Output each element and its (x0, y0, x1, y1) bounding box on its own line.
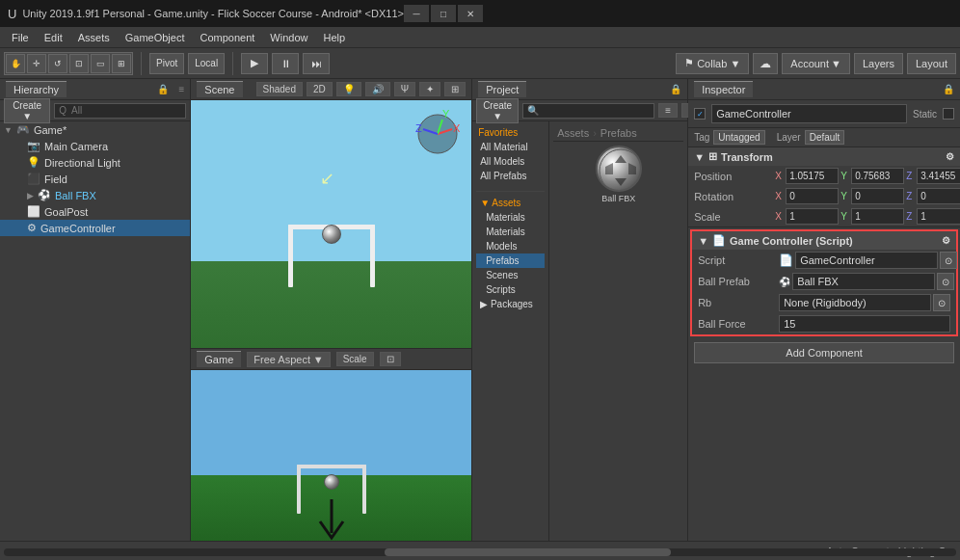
ball-fbx-prefab[interactable]: Ball FBX (553, 142, 683, 207)
materials2-folder[interactable]: Materials (476, 225, 545, 239)
inspector-lock[interactable]: 🔒 (943, 84, 954, 94)
scl-x-input[interactable] (786, 208, 839, 225)
script-select-button[interactable]: ⊙ (940, 252, 957, 269)
project-lock[interactable]: 🔒 (670, 84, 681, 94)
scripts-folder[interactable]: Scripts (476, 282, 545, 297)
ball-prefab-input[interactable] (792, 273, 935, 290)
breadcrumb-assets[interactable]: Assets (557, 127, 589, 139)
breadcrumb-prefabs[interactable]: Prefabs (600, 127, 637, 139)
sidebar-all-materials[interactable]: All Material (476, 140, 545, 154)
obj-name-input[interactable] (711, 104, 907, 123)
step-button[interactable]: ⏭ (303, 53, 330, 74)
fx-toggle[interactable]: ✦ (419, 82, 440, 96)
aspect-button[interactable]: Free Aspect ▼ (247, 352, 330, 367)
menu-window[interactable]: Window (262, 30, 315, 45)
menu-component[interactable]: Component (192, 30, 262, 45)
sidebar-all-models[interactable]: All Models (476, 154, 545, 169)
cloud-button[interactable]: ☁ (753, 53, 778, 74)
sidebar-all-prefabs[interactable]: All Prefabs (476, 169, 545, 183)
move-tool[interactable]: ✛ (27, 54, 46, 73)
ball-prefab-select-button[interactable]: ⊙ (937, 273, 954, 290)
pivot-button[interactable]: Pivot (149, 53, 184, 74)
project-view-toggle[interactable]: ≡ (658, 103, 678, 118)
maximize-button[interactable]: □ (431, 5, 456, 22)
project-create-button[interactable]: Create ▼ (476, 98, 519, 123)
prefabs-folder[interactable]: Prefabs (476, 253, 545, 268)
hierarchy-create-button[interactable]: Create ▼ (4, 98, 50, 123)
hand-tool[interactable]: ✋ (6, 54, 25, 73)
scene-tab[interactable]: Scene (197, 81, 242, 97)
grid-toggle[interactable]: ⊞ (444, 82, 466, 96)
tree-item-gamecontroller[interactable]: ⚙ GameController (0, 220, 190, 236)
packages-folder[interactable]: ▶ Packages (476, 297, 545, 311)
audio-toggle[interactable]: 🔊 (365, 82, 390, 96)
pos-y-input[interactable] (851, 168, 904, 184)
rot-z-input[interactable] (917, 188, 960, 204)
menu-file[interactable]: File (4, 30, 37, 45)
shaded-button[interactable]: Shaded (256, 82, 303, 96)
pos-z-input[interactable] (917, 168, 960, 184)
scl-y-input[interactable] (851, 208, 904, 225)
scl-z-input[interactable] (917, 208, 960, 225)
rot-x-input[interactable] (786, 188, 839, 204)
hierarchy-search[interactable] (54, 103, 186, 119)
menu-assets[interactable]: Assets (70, 30, 118, 45)
hierarchy-lock[interactable]: 🔒 (157, 84, 169, 94)
vr-toggle[interactable]: Ψ (394, 82, 415, 96)
static-checkbox[interactable] (943, 108, 954, 120)
play-button[interactable]: ▶ (241, 53, 268, 74)
pos-x-input[interactable] (786, 168, 839, 184)
project-search[interactable] (522, 103, 654, 119)
tree-item-directional-light[interactable]: 💡 Directional Light (0, 154, 190, 171)
transform-all-tool[interactable]: ⊞ (112, 54, 131, 73)
layer-dropdown[interactable]: Default (805, 130, 845, 145)
close-button[interactable]: ✕ (458, 5, 483, 22)
assets-root[interactable]: ▼ Assets (476, 196, 545, 210)
hierarchy-more[interactable]: ≡ (178, 84, 184, 94)
obj-active-checkbox[interactable] (694, 108, 706, 120)
scale-row: Scale X Y Z (688, 206, 960, 227)
hierarchy-tab[interactable]: Hierarchy (6, 81, 67, 97)
rb-input[interactable] (779, 294, 931, 311)
tree-label: GameController (40, 223, 116, 234)
add-component-button[interactable]: Add Component (694, 342, 954, 363)
tree-item-field[interactable]: ⬛ Field (0, 171, 190, 187)
scale-tool[interactable]: ⊡ (69, 54, 89, 73)
collab-button[interactable]: ⚑ Collab ▼ (676, 53, 749, 74)
scale-button[interactable]: Scale (336, 352, 374, 366)
pause-button[interactable]: ⏸ (272, 53, 299, 74)
menu-edit[interactable]: Edit (37, 30, 70, 45)
scl-y-field: Y (840, 208, 904, 225)
tree-item-goalpost[interactable]: ⬜ GoalPost (0, 203, 190, 220)
component-settings[interactable]: ⚙ (942, 235, 950, 246)
tree-item-main-camera[interactable]: 📷 Main Camera (0, 138, 190, 154)
transform-header[interactable]: ▼ ⊞ Transform ⚙ (688, 147, 960, 166)
minimize-button[interactable]: ─ (404, 5, 429, 22)
maximize-button-game[interactable]: ⊡ (380, 352, 401, 366)
tree-item-game[interactable]: ▼ 🎮 Game* (0, 121, 190, 138)
materials-folder[interactable]: Materials (476, 210, 545, 225)
layout-button[interactable]: Layout (907, 53, 956, 74)
tag-dropdown[interactable]: Untagged (713, 130, 764, 145)
models-folder[interactable]: Models (476, 239, 545, 253)
account-button[interactable]: Account ▼ (782, 53, 850, 74)
ball-force-input[interactable] (779, 315, 950, 333)
project-tab[interactable]: Project (478, 81, 526, 97)
transform-settings[interactable]: ⚙ (946, 151, 954, 162)
menu-gameobject[interactable]: GameObject (118, 30, 193, 45)
2d-button[interactable]: 2D (307, 82, 333, 96)
menu-help[interactable]: Help (315, 30, 353, 45)
tree-item-ball-fbx[interactable]: ▶ ⚽ Ball FBX (0, 187, 190, 203)
rb-select-button[interactable]: ⊙ (933, 294, 950, 311)
rotate-tool[interactable]: ↺ (48, 54, 67, 73)
inspector-tab[interactable]: Inspector (694, 81, 753, 97)
game-tab[interactable]: Game (197, 351, 241, 367)
lighting-toggle[interactable]: 💡 (336, 82, 361, 96)
script-input[interactable] (795, 252, 938, 269)
component-header[interactable]: ▼ 📄 Game Controller (Script) ⚙ (692, 231, 956, 250)
rot-y-input[interactable] (851, 188, 904, 204)
rect-tool[interactable]: ▭ (91, 54, 110, 73)
scenes-folder[interactable]: Scenes (476, 268, 545, 282)
layers-button[interactable]: Layers (854, 53, 903, 74)
local-button[interactable]: Local (188, 53, 225, 74)
